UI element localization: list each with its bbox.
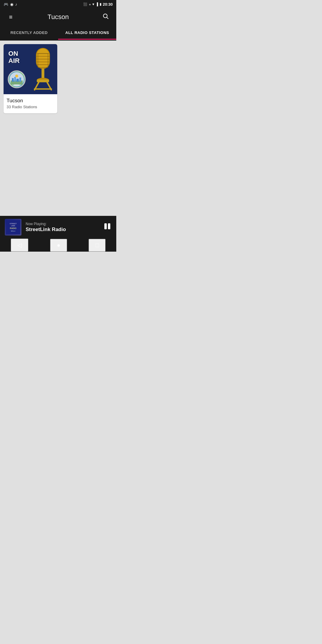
music-icon: ♪ <box>15 2 17 7</box>
svg-rect-18 <box>12 78 14 82</box>
station-info: Tucson 33 Radio Stations <box>4 94 57 113</box>
back-button[interactable]: ◁ <box>11 239 28 252</box>
svg-rect-3 <box>37 49 49 69</box>
arrow-icon: ⬦ <box>89 2 91 6</box>
now-playing-bar[interactable]: STREET LINK RADIO WSLA Now Playing: Stre… <box>0 216 116 239</box>
status-left-icons: 🎮 ◉ ♪ <box>4 2 17 7</box>
recents-button[interactable]: □ <box>89 239 105 252</box>
tab-all-radio-stations[interactable]: ALL RADIO STATIONS <box>58 26 116 41</box>
svg-rect-29 <box>104 223 107 229</box>
svg-point-22 <box>15 75 18 78</box>
camera-icon: ◉ <box>10 2 13 7</box>
svg-rect-21 <box>19 78 21 82</box>
battery-icon: ▮ <box>100 2 101 6</box>
time-display: 20:30 <box>103 2 113 7</box>
tab-all-radio-stations-label: ALL RADIO STATIONS <box>65 30 109 35</box>
on-air-text: ONAIR <box>8 50 20 64</box>
recents-icon: □ <box>95 242 99 248</box>
svg-rect-30 <box>108 223 110 229</box>
app-bar: ≡ Tucson <box>0 8 116 26</box>
svg-point-0 <box>103 14 107 18</box>
now-playing-label: Now Playing: <box>26 222 99 226</box>
status-bar: 🎮 ◉ ♪ ⬛ ⬦ ▾ ▐ ▮ 20:30 <box>0 0 116 8</box>
bottom-nav: ◁ ● □ <box>0 239 116 252</box>
svg-text:ARIZONA: ARIZONA <box>14 84 19 86</box>
svg-rect-20 <box>16 79 19 82</box>
now-playing-station-name: StreetLink Radio <box>26 227 99 233</box>
svg-line-1 <box>107 17 108 19</box>
home-icon: ● <box>57 242 60 248</box>
city-badge: ARIZONA <box>8 70 26 88</box>
pause-button[interactable] <box>103 222 112 233</box>
pause-icon <box>103 222 112 233</box>
tabs-container: RECENTLY ADDED ALL RADIO STATIONS <box>0 26 116 41</box>
status-right-icons: ⬛ ⬦ ▾ ▐ ▮ 20:30 <box>83 2 113 7</box>
back-icon: ◁ <box>17 242 22 248</box>
tab-recently-added[interactable]: RECENTLY ADDED <box>0 26 58 41</box>
svg-text:RADIO: RADIO <box>10 227 17 229</box>
page-title: Tucson <box>47 13 69 21</box>
network-icon: ▐ <box>96 2 98 6</box>
svg-rect-19 <box>14 77 16 82</box>
hamburger-icon: ≡ <box>9 14 13 21</box>
cast-icon: ⬛ <box>83 2 87 6</box>
home-button[interactable]: ● <box>50 239 67 252</box>
menu-button[interactable]: ≡ <box>5 11 17 23</box>
app-icon-1: 🎮 <box>4 2 8 7</box>
now-playing-info: Now Playing: StreetLink Radio <box>26 222 99 233</box>
now-playing-thumbnail: STREET LINK RADIO WSLA <box>5 219 21 236</box>
search-button[interactable] <box>100 11 112 23</box>
wifi-icon: ▾ <box>92 2 94 6</box>
np-thumb-image: STREET LINK RADIO WSLA <box>5 219 21 236</box>
main-content: ONAIR <box>0 41 116 229</box>
station-card-tucson[interactable]: ONAIR <box>4 44 57 113</box>
tab-recently-added-label: RECENTLY ADDED <box>10 30 48 35</box>
svg-text:LINK: LINK <box>11 225 16 227</box>
search-icon <box>102 13 109 21</box>
station-image: ONAIR <box>4 44 57 94</box>
badge-inner: ARIZONA <box>9 71 25 87</box>
svg-text:WSLA: WSLA <box>11 230 15 232</box>
station-name: Tucson <box>7 98 54 104</box>
station-count: 33 Radio Stations <box>7 105 54 109</box>
svg-text:STREET: STREET <box>10 223 17 225</box>
microphone-illustration <box>31 47 55 91</box>
